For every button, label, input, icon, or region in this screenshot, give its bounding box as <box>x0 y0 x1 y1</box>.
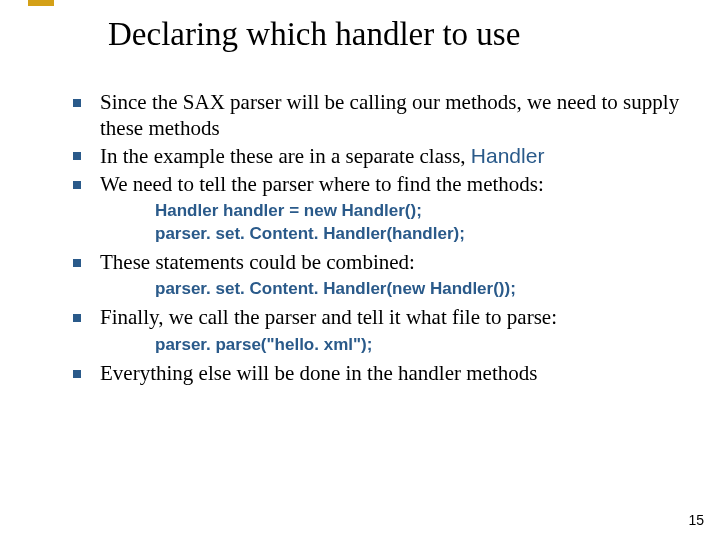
list-item: These statements could be combined: pars… <box>70 250 680 301</box>
list-item: Finally, we call the parser and tell it … <box>70 305 680 356</box>
code-line: Handler handler = new Handler(); <box>155 200 680 222</box>
bullet-text: These statements could be combined: <box>100 250 415 274</box>
bullet-text: Since the SAX parser will be calling our… <box>100 90 679 140</box>
accent-line <box>28 0 54 6</box>
code-line: parser. parse("hello. xml"); <box>155 334 680 356</box>
code-inline: Handler <box>471 144 545 167</box>
list-item: We need to tell the parser where to find… <box>70 172 680 245</box>
bullet-text: In the example these are in a separate c… <box>100 144 471 168</box>
list-item: Everything else will be done in the hand… <box>70 361 680 387</box>
code-line: parser. set. Content. Handler(new Handle… <box>155 278 680 300</box>
code-block: parser. parse("hello. xml"); <box>155 334 680 356</box>
bullet-text: Everything else will be done in the hand… <box>100 361 537 385</box>
list-item: Since the SAX parser will be calling our… <box>70 90 680 141</box>
bullet-text: We need to tell the parser where to find… <box>100 172 544 196</box>
bullet-list: Since the SAX parser will be calling our… <box>70 90 680 387</box>
page-number: 15 <box>688 512 704 528</box>
code-block: Handler handler = new Handler(); parser.… <box>155 200 680 244</box>
slide-title: Declaring which handler to use <box>108 16 520 53</box>
code-line: parser. set. Content. Handler(handler); <box>155 223 680 245</box>
list-item: In the example these are in a separate c… <box>70 143 680 170</box>
slide-content: Since the SAX parser will be calling our… <box>70 90 680 389</box>
code-block: parser. set. Content. Handler(new Handle… <box>155 278 680 300</box>
bullet-text: Finally, we call the parser and tell it … <box>100 305 557 329</box>
